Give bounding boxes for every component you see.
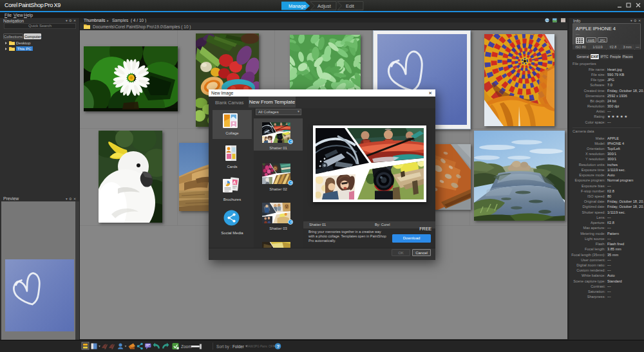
svg-text:Manage: Manage — [289, 3, 306, 9]
svg-text:Edit: Edit — [346, 3, 355, 9]
svg-text:Zoom: Zoom — [181, 344, 192, 349]
svg-text:?: ? — [277, 344, 280, 349]
svg-text:Adjust: Adjust — [317, 3, 332, 9]
svg-text:Sort by :: Sort by : — [216, 344, 232, 349]
svg-text:A: A — [232, 180, 236, 185]
svg-text:Folder: Folder — [232, 344, 244, 349]
svg-text:RAW/JPG Pairs: OFF: RAW/JPG Pairs: OFF — [246, 345, 274, 348]
